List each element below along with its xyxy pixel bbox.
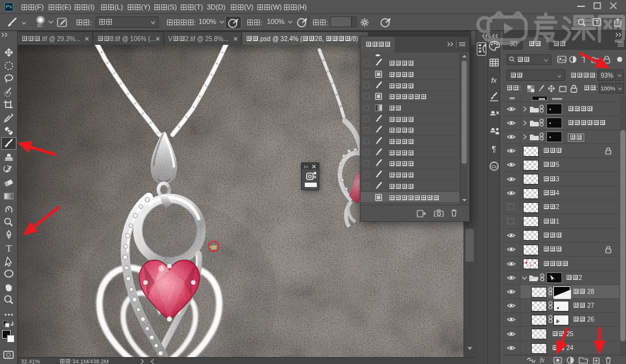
svg-text:fx: fx <box>491 76 497 84</box>
svg-text:T: T <box>6 243 11 253</box>
svg-text:¶: ¶ <box>492 144 496 154</box>
svg-text:T: T <box>582 56 587 64</box>
svg-text:Cc: Cc <box>491 164 497 169</box>
